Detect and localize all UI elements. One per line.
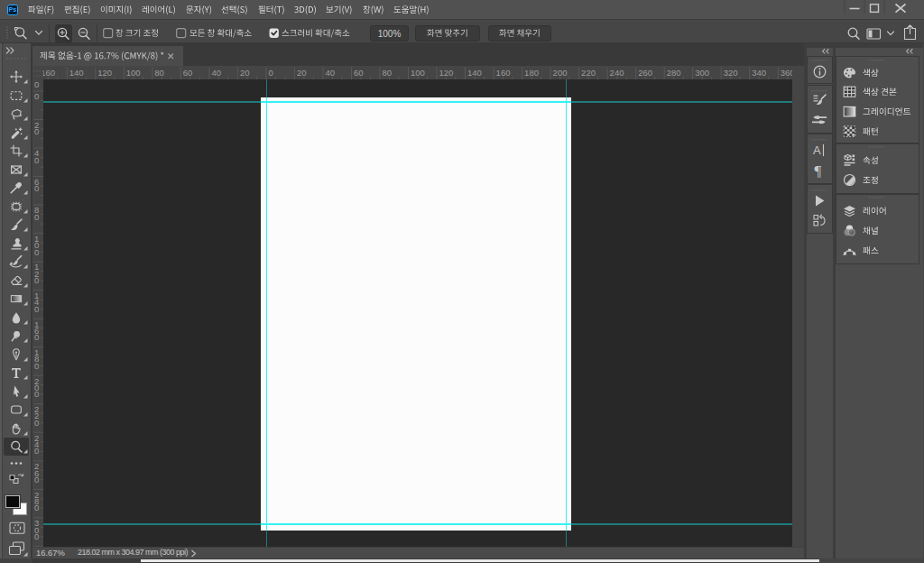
svg-text:0: 0 xyxy=(34,531,39,541)
svg-text:0: 0 xyxy=(34,155,39,165)
svg-text:0: 0 xyxy=(34,79,39,89)
svg-text:100: 100 xyxy=(126,68,141,78)
svg-text:200: 200 xyxy=(553,68,568,78)
svg-text:0: 0 xyxy=(268,68,273,78)
svg-text:0: 0 xyxy=(34,91,39,101)
svg-text:0: 0 xyxy=(34,475,39,485)
svg-text:140: 140 xyxy=(69,68,84,78)
svg-text:0: 0 xyxy=(34,332,39,342)
svg-text:20: 20 xyxy=(240,68,250,78)
svg-text:300: 300 xyxy=(695,68,709,78)
svg-text:0: 0 xyxy=(34,183,39,193)
svg-text:80: 80 xyxy=(383,68,393,78)
svg-text:220: 220 xyxy=(581,68,596,78)
svg-text:¶: ¶ xyxy=(814,162,821,178)
svg-text:240: 240 xyxy=(610,68,624,78)
svg-text:40: 40 xyxy=(325,68,335,78)
svg-text:0: 0 xyxy=(34,212,39,222)
svg-text:80: 80 xyxy=(154,68,164,78)
svg-text:340: 340 xyxy=(752,68,766,78)
svg-text:0: 0 xyxy=(34,503,39,512)
svg-text:40: 40 xyxy=(211,68,221,78)
svg-text:320: 320 xyxy=(724,68,738,78)
svg-text:0: 0 xyxy=(34,304,39,314)
svg-text:0: 0 xyxy=(34,247,39,257)
svg-text:0: 0 xyxy=(34,275,39,285)
svg-text:0: 0 xyxy=(34,446,39,456)
svg-text:A: A xyxy=(813,143,821,157)
svg-text:0: 0 xyxy=(34,361,39,371)
svg-text:60: 60 xyxy=(183,68,193,78)
svg-text:120: 120 xyxy=(439,68,454,78)
svg-text:360: 360 xyxy=(781,68,792,78)
svg-text:280: 280 xyxy=(667,68,681,78)
svg-text:60: 60 xyxy=(354,68,364,78)
svg-text:160: 160 xyxy=(496,68,511,78)
svg-text:0: 0 xyxy=(34,389,39,399)
svg-text:140: 140 xyxy=(467,68,482,78)
svg-text:120: 120 xyxy=(97,68,112,78)
svg-text:260: 260 xyxy=(638,68,652,78)
svg-text:20: 20 xyxy=(297,68,307,78)
svg-text:0: 0 xyxy=(34,418,39,428)
svg-text:100: 100 xyxy=(411,68,425,78)
svg-text:180: 180 xyxy=(524,68,539,78)
svg-text:0: 0 xyxy=(34,126,39,136)
